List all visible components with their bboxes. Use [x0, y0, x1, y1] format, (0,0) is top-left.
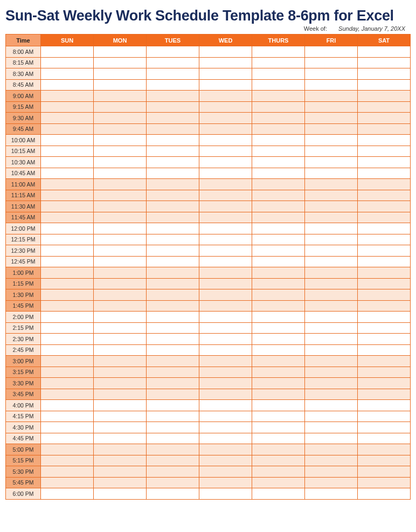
schedule-cell[interactable]	[147, 245, 199, 257]
schedule-cell[interactable]	[199, 455, 252, 466]
schedule-cell[interactable]	[199, 300, 252, 312]
schedule-cell[interactable]	[199, 79, 252, 91]
schedule-cell[interactable]	[358, 444, 411, 455]
schedule-cell[interactable]	[305, 322, 358, 334]
schedule-cell[interactable]	[94, 378, 147, 389]
schedule-cell[interactable]	[305, 378, 358, 389]
schedule-cell[interactable]	[358, 488, 411, 500]
schedule-cell[interactable]	[199, 433, 252, 444]
schedule-cell[interactable]	[305, 433, 358, 444]
schedule-cell[interactable]	[305, 488, 358, 500]
schedule-cell[interactable]	[305, 356, 358, 367]
schedule-cell[interactable]	[358, 356, 411, 367]
schedule-cell[interactable]	[252, 57, 305, 68]
schedule-cell[interactable]	[252, 389, 305, 400]
schedule-cell[interactable]	[252, 123, 305, 135]
schedule-cell[interactable]	[41, 367, 94, 378]
schedule-cell[interactable]	[252, 101, 305, 113]
schedule-cell[interactable]	[147, 389, 199, 400]
schedule-cell[interactable]	[252, 367, 305, 378]
schedule-cell[interactable]	[252, 223, 305, 234]
schedule-cell[interactable]	[94, 334, 147, 345]
schedule-cell[interactable]	[147, 234, 199, 245]
schedule-cell[interactable]	[358, 68, 411, 80]
schedule-cell[interactable]	[305, 256, 358, 267]
schedule-cell[interactable]	[252, 113, 305, 124]
schedule-cell[interactable]	[305, 190, 358, 201]
schedule-cell[interactable]	[94, 367, 147, 378]
schedule-cell[interactable]	[147, 190, 199, 201]
schedule-cell[interactable]	[305, 245, 358, 257]
schedule-cell[interactable]	[199, 378, 252, 389]
schedule-cell[interactable]	[358, 190, 411, 201]
schedule-cell[interactable]	[94, 455, 147, 466]
schedule-cell[interactable]	[252, 201, 305, 212]
schedule-cell[interactable]	[358, 389, 411, 400]
schedule-cell[interactable]	[199, 444, 252, 455]
schedule-cell[interactable]	[305, 146, 358, 157]
schedule-cell[interactable]	[199, 356, 252, 367]
schedule-cell[interactable]	[94, 223, 147, 234]
schedule-cell[interactable]	[358, 234, 411, 245]
schedule-cell[interactable]	[199, 190, 252, 201]
schedule-cell[interactable]	[252, 135, 305, 146]
schedule-cell[interactable]	[41, 400, 94, 411]
schedule-cell[interactable]	[41, 312, 94, 323]
schedule-cell[interactable]	[358, 344, 411, 356]
schedule-cell[interactable]	[305, 223, 358, 234]
schedule-cell[interactable]	[41, 356, 94, 367]
schedule-cell[interactable]	[147, 367, 199, 378]
schedule-cell[interactable]	[41, 422, 94, 433]
schedule-cell[interactable]	[305, 123, 358, 135]
schedule-cell[interactable]	[147, 334, 199, 345]
schedule-cell[interactable]	[41, 344, 94, 356]
schedule-cell[interactable]	[358, 322, 411, 334]
schedule-cell[interactable]	[199, 113, 252, 124]
schedule-cell[interactable]	[94, 300, 147, 312]
schedule-cell[interactable]	[358, 201, 411, 212]
schedule-cell[interactable]	[94, 411, 147, 422]
schedule-cell[interactable]	[305, 411, 358, 422]
schedule-cell[interactable]	[252, 312, 305, 323]
schedule-cell[interactable]	[305, 46, 358, 58]
schedule-cell[interactable]	[147, 278, 199, 289]
schedule-cell[interactable]	[358, 101, 411, 113]
schedule-cell[interactable]	[358, 455, 411, 466]
schedule-cell[interactable]	[41, 68, 94, 80]
schedule-cell[interactable]	[199, 57, 252, 68]
schedule-cell[interactable]	[41, 201, 94, 212]
schedule-cell[interactable]	[252, 79, 305, 91]
schedule-cell[interactable]	[199, 146, 252, 157]
schedule-cell[interactable]	[358, 367, 411, 378]
schedule-cell[interactable]	[147, 488, 199, 500]
schedule-cell[interactable]	[199, 245, 252, 257]
schedule-cell[interactable]	[252, 68, 305, 80]
schedule-cell[interactable]	[94, 267, 147, 279]
schedule-cell[interactable]	[147, 312, 199, 323]
schedule-cell[interactable]	[252, 322, 305, 334]
schedule-cell[interactable]	[147, 433, 199, 444]
schedule-cell[interactable]	[94, 245, 147, 257]
schedule-cell[interactable]	[41, 223, 94, 234]
schedule-cell[interactable]	[358, 113, 411, 124]
schedule-cell[interactable]	[94, 312, 147, 323]
schedule-cell[interactable]	[358, 433, 411, 444]
schedule-cell[interactable]	[41, 488, 94, 500]
schedule-cell[interactable]	[147, 444, 199, 455]
schedule-cell[interactable]	[199, 466, 252, 478]
schedule-cell[interactable]	[94, 433, 147, 444]
schedule-cell[interactable]	[147, 344, 199, 356]
schedule-cell[interactable]	[41, 46, 94, 58]
schedule-cell[interactable]	[252, 46, 305, 58]
schedule-cell[interactable]	[94, 146, 147, 157]
schedule-cell[interactable]	[41, 433, 94, 444]
schedule-cell[interactable]	[252, 444, 305, 455]
schedule-cell[interactable]	[94, 157, 147, 168]
schedule-cell[interactable]	[199, 488, 252, 500]
schedule-cell[interactable]	[41, 300, 94, 312]
schedule-cell[interactable]	[358, 300, 411, 312]
schedule-cell[interactable]	[358, 135, 411, 146]
schedule-cell[interactable]	[358, 212, 411, 223]
schedule-cell[interactable]	[94, 101, 147, 113]
schedule-cell[interactable]	[358, 312, 411, 323]
